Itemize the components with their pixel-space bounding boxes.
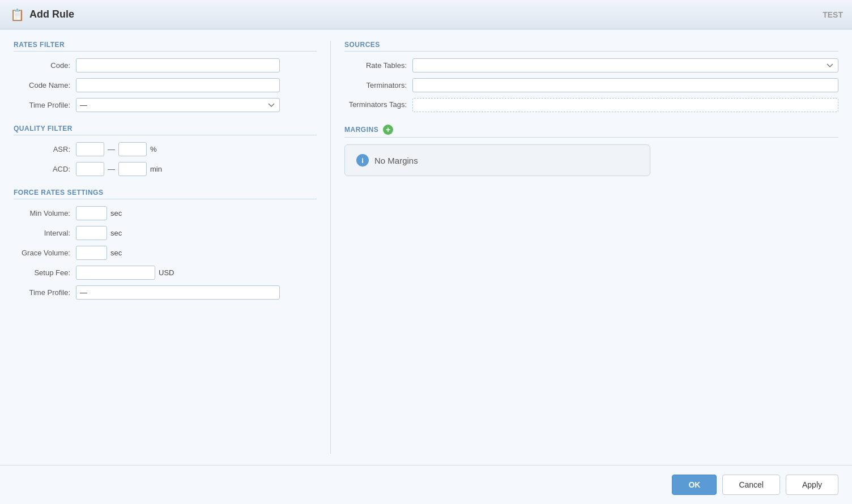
terminators-tags-row: Terminators Tags: <box>344 98 838 112</box>
time-profile-select[interactable]: — <box>76 98 280 112</box>
acd-row: ACD: — min <box>14 162 317 176</box>
footer-buttons: OK Cancel Apply <box>0 465 852 504</box>
title-bar: 📋 Add Rule TEST <box>0 0 852 29</box>
left-column: RATES FILTER Code: Code Name: Time Profi… <box>14 41 331 454</box>
asr-label: ASR: <box>14 145 76 153</box>
asr-row: ASR: — % <box>14 142 317 156</box>
test-label: TEST <box>823 10 843 19</box>
no-margins-box: i No Margins <box>344 144 650 176</box>
time-profile-label: Time Profile: <box>14 101 76 109</box>
min-volume-label: Min Volume: <box>14 209 76 217</box>
margins-title: MARGINS <box>344 126 378 134</box>
interval-unit: sec <box>110 229 122 237</box>
quality-filter-section: QUALITY FILTER ASR: — % ACD: — min <box>14 125 317 176</box>
margins-section: MARGINS + i No Margins <box>344 125 838 176</box>
asr-dash: — <box>108 145 115 153</box>
min-volume-input[interactable] <box>76 206 107 220</box>
page-title: Add Rule <box>29 8 74 20</box>
grace-volume-unit: sec <box>110 249 122 257</box>
setup-fee-label: Setup Fee: <box>14 268 76 277</box>
sources-section: SOURCES Rate Tables: Terminators: Termin… <box>344 41 838 112</box>
acd-max-input[interactable] <box>118 162 147 176</box>
force-rates-title: FORCE RATES SETTINGS <box>14 189 317 199</box>
terminators-label: Terminators: <box>344 81 412 89</box>
main-content: RATES FILTER Code: Code Name: Time Profi… <box>0 29 852 465</box>
right-column: SOURCES Rate Tables: Terminators: Termin… <box>331 41 838 454</box>
force-rates-section: FORCE RATES SETTINGS Min Volume: sec Int… <box>14 189 317 300</box>
setup-fee-unit: USD <box>159 268 174 277</box>
interval-input[interactable] <box>76 226 107 240</box>
force-time-profile-input[interactable] <box>76 285 280 300</box>
info-icon-glyph: i <box>361 156 364 165</box>
terminators-row: Terminators: <box>344 78 838 92</box>
asr-min-input[interactable] <box>76 142 104 156</box>
rate-tables-row: Rate Tables: <box>344 58 838 72</box>
code-row: Code: <box>14 58 317 72</box>
grace-volume-input[interactable] <box>76 246 107 260</box>
title-icon-glyph: 📋 <box>10 8 24 22</box>
terminators-tags-label-text: Terminators Tags: <box>349 100 407 109</box>
acd-dash: — <box>108 165 115 173</box>
cancel-button[interactable]: Cancel <box>722 475 780 495</box>
grace-volume-label: Grace Volume: <box>14 249 76 257</box>
terminators-tags-label: Terminators Tags: <box>344 98 412 109</box>
title-left: 📋 Add Rule <box>9 7 74 23</box>
info-icon: i <box>356 154 369 166</box>
terminators-input[interactable] <box>412 78 838 92</box>
code-name-row: Code Name: <box>14 78 317 92</box>
setup-fee-input[interactable] <box>76 266 155 280</box>
acd-min-input[interactable] <box>76 162 104 176</box>
rate-tables-select[interactable] <box>412 58 838 72</box>
title-icon: 📋 <box>9 7 25 23</box>
interval-row: Interval: sec <box>14 226 317 240</box>
no-margins-text: No Margins <box>374 156 418 165</box>
rates-filter-section: RATES FILTER Code: Code Name: Time Profi… <box>14 41 317 112</box>
code-name-label: Code Name: <box>14 81 76 89</box>
asr-unit: % <box>150 145 157 153</box>
margins-header: MARGINS + <box>344 125 838 138</box>
rate-tables-label: Rate Tables: <box>344 61 412 70</box>
acd-label: ACD: <box>14 165 76 173</box>
terminators-tags-input[interactable] <box>412 98 838 112</box>
time-profile-row: Time Profile: — <box>14 98 317 112</box>
interval-label: Interval: <box>14 229 76 237</box>
sources-title: SOURCES <box>344 41 838 52</box>
code-input[interactable] <box>76 58 280 72</box>
quality-filter-title: QUALITY FILTER <box>14 125 317 135</box>
grace-volume-row: Grace Volume: sec <box>14 246 317 260</box>
min-volume-row: Min Volume: sec <box>14 206 317 220</box>
min-volume-unit: sec <box>110 209 122 217</box>
force-time-profile-row: Time Profile: <box>14 285 317 300</box>
add-margin-icon: + <box>386 126 390 134</box>
rates-filter-title: RATES FILTER <box>14 41 317 52</box>
asr-max-input[interactable] <box>118 142 147 156</box>
force-time-profile-label: Time Profile: <box>14 288 76 297</box>
code-name-input[interactable] <box>76 78 280 92</box>
add-margin-button[interactable]: + <box>383 125 393 135</box>
apply-button[interactable]: Apply <box>786 475 838 495</box>
two-col-layout: RATES FILTER Code: Code Name: Time Profi… <box>14 41 838 454</box>
code-label: Code: <box>14 61 76 70</box>
acd-unit: min <box>150 165 162 173</box>
ok-button[interactable]: OK <box>672 475 717 495</box>
setup-fee-row: Setup Fee: USD <box>14 266 317 280</box>
